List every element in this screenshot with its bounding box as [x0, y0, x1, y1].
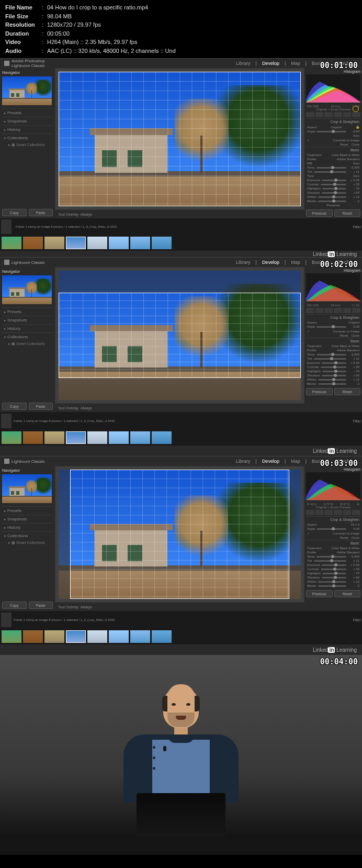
smart-collections[interactable]: ▸ ▦ Smart Collections [2, 341, 53, 347]
blacks-slider[interactable] [318, 383, 346, 385]
navigator-thumbnail[interactable] [2, 474, 52, 503]
reset-crop-button[interactable]: Reset [340, 536, 348, 539]
nav-develop[interactable]: Develop [260, 61, 281, 66]
histogram[interactable] [306, 472, 360, 501]
tool-overlay-mode[interactable]: Always [81, 213, 92, 216]
filmstrip-thumb[interactable] [87, 431, 107, 444]
whites-slider[interactable] [318, 581, 346, 583]
reset-button[interactable]: Reset [334, 590, 361, 597]
profile-dropdown[interactable]: Adobe Standard [337, 158, 359, 161]
tool-overlay-mode[interactable]: Always [81, 605, 92, 609]
histogram[interactable] [306, 273, 360, 302]
aspect-dropdown[interactable]: 16 x 9 [351, 523, 359, 526]
filmstrip-thumb[interactable] [109, 431, 129, 444]
filmstrip-thumb[interactable] [87, 237, 107, 249]
panel-history[interactable]: History [2, 125, 53, 133]
tool-crop-icon[interactable] [306, 510, 314, 515]
panel-presets[interactable]: Presets [2, 108, 53, 117]
shadows-slider[interactable] [322, 577, 346, 578]
tint-slider[interactable] [314, 358, 346, 360]
previous-button[interactable]: Previous [306, 209, 333, 217]
shadows-slider[interactable] [322, 192, 346, 194]
panel-collections[interactable]: Collections [2, 531, 53, 540]
treatment-color[interactable]: Color [332, 547, 339, 550]
paste-button[interactable]: Paste [29, 209, 53, 216]
reset-crop-button[interactable]: Reset [340, 143, 348, 146]
filmstrip-thumb[interactable] [130, 630, 150, 643]
auto-button[interactable]: Auto [353, 134, 359, 137]
reset-button[interactable]: Reset [334, 388, 361, 395]
filmstrip-thumb[interactable] [152, 630, 172, 643]
temp-slider[interactable] [316, 556, 346, 558]
panel-collections[interactable]: Collections [2, 133, 53, 142]
contrast-slider[interactable] [321, 184, 346, 185]
tool-grad-icon[interactable] [334, 308, 342, 313]
tool-radial-icon[interactable] [343, 308, 352, 313]
close-crop-button[interactable]: Close [352, 536, 359, 539]
panel-presets[interactable]: Presets [2, 307, 53, 316]
tool-grad-icon[interactable] [334, 112, 342, 117]
panel-presets[interactable]: Presets [2, 506, 53, 515]
temp-slider[interactable] [316, 354, 346, 355]
previous-button[interactable]: Previous [306, 388, 333, 395]
aspect-dropdown[interactable]: Original [331, 126, 342, 129]
tool-crop-icon[interactable] [306, 308, 314, 313]
filter-label[interactable]: Filter [353, 419, 361, 423]
histogram-header[interactable]: Histogram [306, 70, 360, 73]
filmstrip-thumb[interactable] [66, 237, 86, 249]
filmstrip-thumb[interactable] [109, 237, 129, 249]
contrast-slider[interactable] [321, 569, 346, 570]
treatment-bw[interactable]: Black & White [340, 344, 359, 348]
blacks-slider[interactable] [318, 201, 346, 202]
basic-section-header[interactable]: Basic [306, 540, 360, 546]
tool-redeye-icon[interactable] [324, 510, 333, 515]
exposure-slider[interactable] [322, 564, 346, 566]
filmstrip-thumb[interactable] [44, 237, 64, 249]
tool-overlay-mode[interactable]: Always [81, 406, 92, 410]
copy-button[interactable]: Copy [2, 403, 27, 410]
basic-section-header[interactable]: Basic [306, 147, 360, 153]
angle-slider[interactable] [316, 528, 346, 530]
exposure-slider[interactable] [322, 180, 346, 181]
nav-develop[interactable]: Develop [260, 260, 281, 265]
navigator-thumbnail[interactable] [2, 275, 52, 304]
reset-crop-button[interactable]: Reset [340, 334, 348, 337]
whites-slider[interactable] [318, 379, 346, 381]
wb-dropdown[interactable]: Auto [353, 162, 359, 165]
nav-library[interactable]: Library [234, 260, 253, 265]
angle-value[interactable]: 0.00 [348, 130, 359, 133]
treatment-bw[interactable]: Black & White [340, 547, 359, 550]
treatment-bw[interactable]: Black & White [340, 153, 359, 157]
contrast-slider[interactable] [321, 366, 346, 368]
nav-map[interactable]: Map [289, 61, 302, 66]
tint-slider[interactable] [314, 171, 346, 173]
tint-slider[interactable] [314, 560, 346, 562]
close-crop-button[interactable]: Close [352, 143, 359, 146]
tool-spot-icon[interactable] [315, 308, 324, 313]
tool-radial-icon[interactable] [343, 112, 352, 117]
smart-collections[interactable]: ▸ ▦ Smart Collections [2, 540, 53, 546]
main-canvas[interactable] [56, 467, 303, 602]
panel-snapshots[interactable]: Snapshots [2, 117, 53, 125]
filmstrip-thumb[interactable] [152, 237, 172, 249]
constrain-checkbox[interactable]: ✓ [307, 329, 310, 333]
navigator-header[interactable]: Navigator [2, 269, 53, 274]
histogram[interactable] [306, 74, 360, 103]
nav-library[interactable]: Library [234, 61, 253, 66]
angle-slider[interactable] [316, 131, 346, 132]
panel-history[interactable]: History [2, 324, 53, 332]
tool-redeye-icon[interactable] [324, 308, 333, 313]
basic-section-header[interactable]: Basic [306, 338, 360, 344]
filmstrip-thumb[interactable] [44, 431, 64, 444]
close-crop-button[interactable]: Close [352, 334, 359, 337]
filmstrip-thumb[interactable] [66, 630, 86, 643]
temp-slider[interactable] [316, 167, 346, 169]
navigator-header[interactable]: Navigator [2, 70, 53, 75]
filmstrip-thumb[interactable] [109, 630, 129, 643]
tool-spot-icon[interactable] [315, 510, 324, 515]
filmstrip-thumb[interactable] [23, 237, 43, 249]
histogram-header[interactable]: Histogram [306, 269, 360, 272]
lock-icon[interactable]: 🔒 [356, 125, 359, 129]
constrain-checkbox[interactable]: ✓ [307, 531, 310, 535]
filmstrip-thumb[interactable] [2, 630, 21, 643]
